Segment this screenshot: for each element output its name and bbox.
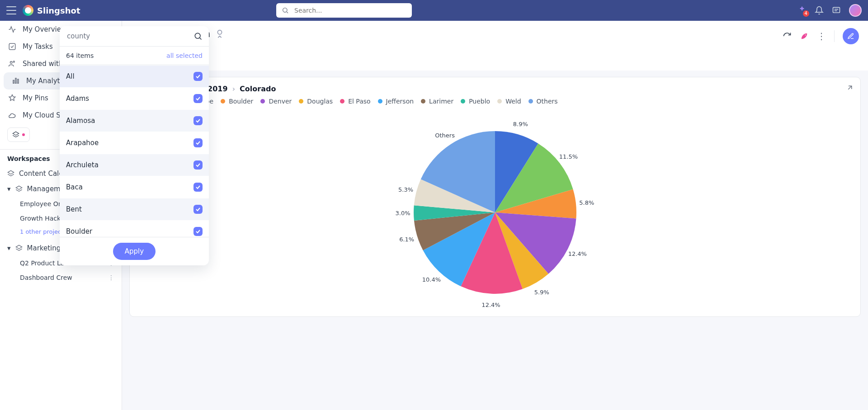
menu-toggle[interactable]	[6, 6, 16, 14]
layers-icon	[7, 170, 14, 177]
avatar[interactable]	[849, 4, 862, 17]
county-dropdown[interactable]: 64 items all selected AllAdamsAlamosaAra…	[60, 26, 209, 265]
notif-badge: 4	[803, 10, 809, 17]
dropdown-item[interactable]: Baca	[60, 176, 209, 198]
legend-swatch	[340, 99, 344, 104]
dropdown-item[interactable]: Bent	[60, 198, 209, 220]
kebab-icon[interactable]: ⋮	[817, 31, 826, 42]
dropdown-item-label: Boulder	[66, 227, 92, 236]
ws-label: Marketing	[27, 244, 61, 252]
legend-swatch	[221, 99, 225, 104]
checkbox-checked-icon[interactable]	[193, 227, 203, 236]
legend-swatch	[421, 99, 425, 104]
legend-item[interactable]: Weld	[497, 98, 521, 105]
dropdown-count: 64 items	[66, 52, 94, 59]
sidebar-label: My Pins	[23, 94, 48, 102]
svg-marker-12	[8, 170, 14, 174]
layers-chip[interactable]	[7, 127, 30, 142]
legend-label: Denver	[269, 98, 292, 105]
checkbox-checked-icon[interactable]	[193, 138, 203, 147]
svg-rect-5	[9, 43, 15, 50]
pie-label: 11.5%	[559, 153, 578, 160]
edit-button[interactable]	[843, 28, 859, 44]
dropdown-item[interactable]: Boulder	[60, 220, 209, 237]
pin-icon	[7, 94, 17, 102]
filter-row: county: All ⌄	[122, 49, 868, 71]
page-actions: ⋮	[783, 28, 859, 44]
chart-card: Population 2010-2019 › Colorado AdamsAra…	[129, 77, 861, 317]
svg-point-6	[10, 61, 13, 64]
legend-item[interactable]: Pueblo	[461, 98, 490, 105]
legend-item[interactable]: Douglas	[299, 98, 333, 105]
svg-line-1	[287, 12, 288, 13]
dropdown-item[interactable]: Archuleta	[60, 154, 209, 176]
open-external-icon[interactable]	[846, 84, 854, 92]
legend-label: Boulder	[229, 98, 253, 105]
dropdown-item[interactable]: Alamosa	[60, 109, 209, 132]
main: US Population ⋮ county: All ⌄	[122, 21, 868, 410]
checkbox-checked-icon[interactable]	[193, 72, 203, 81]
dropdown-item[interactable]: All	[60, 65, 209, 87]
dropdown-search	[60, 26, 209, 47]
pie-label: 3.0%	[395, 210, 410, 217]
users-icon	[7, 60, 17, 68]
chart-icon	[11, 77, 21, 85]
apply-button[interactable]: Apply	[113, 243, 156, 260]
svg-point-7	[13, 61, 14, 62]
svg-rect-10	[18, 79, 19, 83]
legend-label: Larimer	[429, 98, 453, 105]
brand-logo	[23, 5, 33, 16]
legend-label: Jefferson	[386, 98, 414, 105]
svg-point-15	[218, 30, 222, 34]
search-icon	[281, 6, 290, 15]
pie-label: 5.8%	[579, 199, 594, 206]
dropdown-selected-toggle[interactable]: all selected	[166, 52, 203, 59]
sparkle-icon[interactable]: 4	[797, 6, 807, 15]
svg-marker-14	[16, 245, 22, 249]
refresh-icon[interactable]	[783, 32, 792, 41]
legend-item[interactable]: Others	[528, 98, 558, 105]
chevron-right-icon: ›	[232, 85, 235, 93]
pie-label: 10.4%	[422, 276, 441, 283]
global-search[interactable]	[276, 3, 412, 18]
dropdown-item-label: Bent	[66, 205, 82, 213]
checkbox-checked-icon[interactable]	[193, 116, 203, 125]
checkbox-icon	[7, 42, 17, 51]
dropdown-item-label: Arapahoe	[66, 139, 99, 147]
dropdown-search-input[interactable]	[66, 32, 189, 41]
chip-indicator	[22, 133, 25, 136]
svg-line-18	[200, 38, 202, 40]
checkbox-checked-icon[interactable]	[193, 94, 203, 103]
pie-label: 8.9%	[513, 120, 528, 127]
legend-swatch	[299, 99, 303, 104]
search-icon	[193, 32, 203, 41]
dropdown-item-label: All	[66, 72, 75, 80]
checkbox-checked-icon[interactable]	[193, 160, 203, 170]
pie-label: 12.4%	[481, 301, 500, 308]
chat-icon[interactable]	[832, 6, 841, 15]
bell-icon[interactable]	[815, 6, 824, 15]
checkbox-checked-icon[interactable]	[193, 205, 203, 214]
brand-name: Slingshot	[37, 6, 80, 15]
kebab-icon[interactable]: ⋮	[108, 274, 114, 281]
legend-item[interactable]: Denver	[260, 98, 292, 105]
legend-label: Douglas	[307, 98, 333, 105]
legend-item[interactable]: Jefferson	[378, 98, 414, 105]
legend-item[interactable]: El Paso	[340, 98, 370, 105]
chevron-down-icon: ▾	[7, 244, 11, 252]
layers-icon	[15, 245, 23, 252]
checkbox-checked-icon[interactable]	[193, 183, 203, 192]
chevron-down-icon: ▾	[7, 185, 11, 193]
search-input[interactable]	[293, 6, 407, 14]
rocket-icon[interactable]	[800, 32, 809, 41]
legend-item[interactable]: Boulder	[221, 98, 253, 105]
pie-label: 6.1%	[399, 236, 414, 242]
pie-label: Others	[435, 132, 455, 138]
legend-item[interactable]: Larimer	[421, 98, 453, 105]
dropdown-item[interactable]: Adams	[60, 87, 209, 109]
svg-marker-13	[16, 186, 22, 189]
legend-swatch	[260, 99, 265, 104]
dropdown-meta: 64 items all selected	[60, 47, 209, 65]
ws-sub-dashboardcrew[interactable]: Dashboard Crew⋮	[0, 270, 122, 285]
dropdown-item[interactable]: Arapahoe	[60, 132, 209, 154]
